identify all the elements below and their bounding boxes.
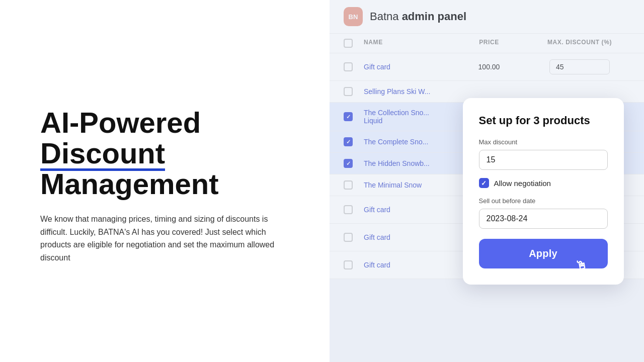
apply-button[interactable]: Apply 🖱 (479, 239, 608, 268)
headline-line1: AI-Powered (40, 106, 201, 139)
modal-title: Set up for 3 products (479, 114, 608, 127)
headline: AI-Powered Discount Management (40, 108, 304, 200)
allow-negotiation-label: Allow negotiation (494, 179, 551, 188)
allow-negotiation-checkbox[interactable] (479, 178, 489, 188)
headline-underline: Discount (40, 138, 165, 169)
max-discount-label: Max discount (479, 138, 608, 146)
discount-modal: Set up for 3 products Max discount Allow… (463, 98, 624, 285)
sell-out-date-input[interactable] (479, 209, 608, 229)
headline-line3: Management (40, 167, 219, 200)
left-panel: AI-Powered Discount Management We know t… (0, 0, 330, 362)
max-discount-input[interactable] (479, 150, 608, 170)
allow-negotiation-row: Allow negotiation (479, 178, 608, 188)
cursor-icon: 🖱 (574, 257, 589, 274)
right-panel: BN Batna admin panel NAME PRICE MAX. DIS… (330, 0, 644, 362)
modal-overlay: Set up for 3 products Max discount Allow… (330, 0, 644, 362)
description: We know that managing prices, timing and… (40, 213, 282, 264)
sell-out-label: Sell out before date (479, 197, 608, 205)
